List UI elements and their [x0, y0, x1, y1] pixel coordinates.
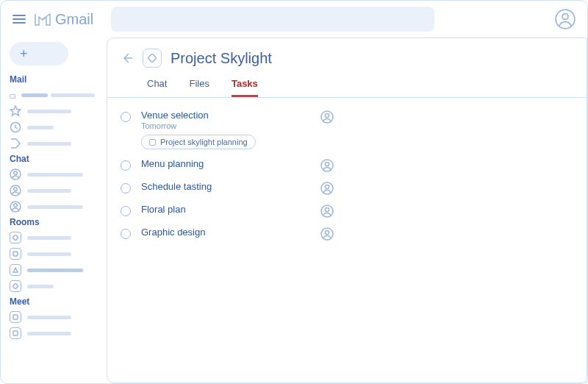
chat-item[interactable]	[10, 185, 95, 196]
room-header: Project Skylight Chat Files Tasks	[107, 38, 587, 97]
svg-point-17	[325, 113, 329, 117]
svg-point-7	[14, 188, 18, 191]
assignee-icon[interactable]	[320, 227, 334, 241]
room-avatar-icon	[143, 49, 162, 68]
placeholder-line	[27, 269, 83, 272]
meet-item[interactable]	[10, 311, 95, 323]
placeholder-line	[27, 236, 71, 240]
chat-item[interactable]	[10, 201, 95, 213]
meet-icon	[10, 311, 21, 323]
gmail-m-icon	[35, 13, 51, 26]
placeholder-line	[27, 110, 71, 113]
placeholder-line	[27, 332, 71, 335]
section-rooms-label: Rooms	[10, 217, 95, 227]
search-input[interactable]	[111, 7, 434, 32]
app-body: + Mail Chat	[1, 38, 587, 383]
tab-tasks[interactable]: Tasks	[232, 78, 258, 97]
svg-rect-10	[12, 235, 18, 241]
placeholder-line	[27, 173, 83, 177]
room-item[interactable]	[10, 232, 95, 243]
task-row[interactable]: Venue selection Tomorrow Project skyligh…	[121, 105, 573, 154]
svg-point-21	[325, 185, 329, 188]
task-complete-toggle[interactable]	[121, 160, 131, 171]
svg-point-5	[14, 171, 18, 175]
person-icon	[10, 201, 21, 213]
mail-item[interactable]	[10, 105, 95, 117]
svg-point-1	[562, 14, 568, 20]
placeholder-line	[27, 205, 83, 209]
svg-rect-13	[13, 315, 18, 319]
menu-icon[interactable]	[12, 15, 26, 24]
placeholder-line	[27, 142, 71, 146]
task-title: Menu planning	[141, 158, 310, 169]
sidebar: + Mail Chat	[1, 38, 104, 383]
task-row[interactable]: Schedule tasting	[121, 177, 573, 199]
svg-point-19	[325, 162, 329, 166]
mail-item[interactable]	[10, 138, 95, 149]
task-title: Schedule tasting	[141, 181, 310, 192]
room-title: Project Skylight	[171, 50, 272, 67]
room-item[interactable]	[10, 280, 95, 292]
tab-files[interactable]: Files	[189, 78, 209, 97]
gmail-logo[interactable]: Gmail	[35, 11, 93, 28]
main-panel: Project Skylight Chat Files Tasks Venue …	[107, 38, 587, 383]
room-item[interactable]	[10, 264, 95, 276]
task-complete-toggle[interactable]	[121, 206, 131, 216]
tab-chat[interactable]: Chat	[147, 78, 167, 97]
placeholder-line	[27, 252, 71, 256]
person-icon	[10, 185, 21, 196]
app-window: Gmail + Mail	[0, 0, 588, 384]
task-complete-toggle[interactable]	[121, 229, 131, 239]
task-title: Graphic design	[141, 227, 310, 238]
section-mail-label: Mail	[10, 74, 95, 85]
svg-point-23	[325, 207, 329, 211]
room-icon	[10, 280, 21, 292]
room-title-row: Project Skylight	[121, 49, 573, 68]
chip-label: Project skylight planning	[160, 138, 248, 146]
task-title: Floral plan	[141, 204, 310, 215]
section-meet-label: Meet	[10, 296, 95, 307]
person-icon	[10, 168, 21, 180]
task-body: Floral plan	[141, 204, 310, 215]
task-row[interactable]: Floral plan	[121, 199, 573, 222]
room-item[interactable]	[10, 248, 95, 260]
svg-rect-12	[12, 283, 18, 289]
room-icon	[10, 232, 21, 243]
task-body: Menu planning	[141, 158, 310, 169]
chat-item[interactable]	[10, 168, 95, 180]
room-tabs: Chat Files Tasks	[121, 68, 573, 97]
task-body: Venue selection Tomorrow Project skyligh…	[141, 110, 310, 149]
task-chip[interactable]: Project skylight planning	[141, 135, 256, 149]
svg-rect-15	[148, 54, 157, 63]
task-body: Schedule tasting	[141, 181, 310, 192]
task-list: Venue selection Tomorrow Project skyligh…	[107, 98, 587, 383]
mail-item[interactable]	[10, 121, 95, 133]
placeholder-line	[27, 126, 54, 129]
task-complete-toggle[interactable]	[121, 183, 131, 193]
placeholder-line	[21, 93, 95, 97]
svg-point-9	[14, 204, 18, 207]
assignee-icon[interactable]	[320, 159, 334, 172]
svg-rect-14	[13, 331, 18, 335]
app-header: Gmail	[1, 1, 587, 38]
task-row[interactable]: Menu planning	[121, 154, 573, 177]
task-complete-toggle[interactable]	[121, 112, 131, 122]
account-icon[interactable]	[555, 9, 576, 29]
placeholder-line	[27, 189, 71, 193]
compose-button[interactable]: +	[10, 42, 68, 65]
meet-item[interactable]	[10, 327, 95, 339]
svg-point-25	[325, 230, 329, 234]
task-body: Graphic design	[141, 227, 310, 238]
chip-icon	[149, 139, 156, 146]
room-icon	[10, 248, 21, 260]
assignee-icon[interactable]	[320, 182, 334, 195]
mail-item[interactable]	[10, 89, 95, 101]
section-chat-label: Chat	[10, 154, 95, 164]
placeholder-line	[27, 316, 71, 319]
assignee-icon[interactable]	[320, 110, 334, 124]
back-arrow-icon[interactable]	[121, 51, 134, 65]
task-row[interactable]: Graphic design	[121, 222, 573, 245]
meet-icon	[10, 327, 21, 339]
assignee-icon[interactable]	[320, 205, 334, 218]
task-title: Venue selection	[141, 110, 310, 121]
